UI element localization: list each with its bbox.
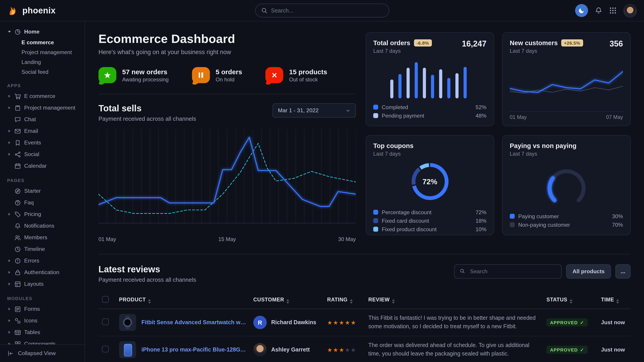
x-label: 15 May [218,236,236,242]
mail-icon [14,128,21,134]
check-icon: ✓ [580,347,584,352]
sidebar-item-pricing[interactable]: Pricing [5,208,79,220]
column-header-product[interactable]: PRODUCT [116,291,250,309]
sidebar-item-tables[interactable]: Tables [5,327,79,338]
row-checkbox[interactable] [102,318,109,325]
card-value: 16,247 [462,39,486,49]
sidebar-item-calendar[interactable]: Calendar [5,160,79,172]
sidebar-item-email[interactable]: Email [5,125,79,137]
sidebar-item-social[interactable]: Social [5,148,79,160]
collapsed-view-toggle[interactable]: Collapsed View [0,344,84,362]
customer-avatar: R [253,316,267,329]
brand-logo[interactable]: phoenix [7,5,85,16]
stat-out-of-stock: ×15 productsOut of stock [266,67,327,83]
x-label: 30 May [338,236,356,242]
sidebar-subitem-e-commerce[interactable]: E commerce [5,37,79,47]
user-avatar[interactable] [624,4,637,17]
brand-name: phoenix [22,5,56,15]
sidebar-subitem-label: Social feed [22,69,48,75]
column-header-review[interactable]: REVIEW [365,291,543,309]
legend-swatch [510,222,515,227]
notifications-button[interactable] [595,7,602,14]
sidebar-item-label: Starter [24,188,41,194]
caret-right-icon [7,308,11,310]
dark-mode-toggle[interactable] [575,4,588,17]
layout-icon [14,281,21,287]
sidebar-item-label: Events [24,139,41,146]
date-range-select[interactable]: Mar 1 - 31, 2022 [272,103,356,118]
sort-icon [616,299,619,304]
sidebar-item-icons[interactable]: Icons [5,315,79,327]
apps-menu-button[interactable] [609,7,617,14]
sidebar-item-layouts[interactable]: Layouts [5,278,79,290]
sidebar-item-faq[interactable]: Faq [5,197,79,208]
paying-vs-nonpaying-card: Paying vs non paying Last 7 days Paying … [502,135,630,235]
sidebar-item-timeline[interactable]: Timeline [5,243,79,255]
total-orders-bar-chart [390,59,470,98]
total-sells-chart: 01 May 15 May 30 May [98,129,356,242]
more-options-button[interactable]: ... [615,264,630,279]
sidebar-subitem-social-feed[interactable]: Social feed [5,67,79,77]
card-period: Last 7 days [510,48,583,54]
row-checkbox[interactable] [102,346,109,353]
bookmark-icon [14,139,21,146]
caret-right-icon [7,331,11,334]
legend-label: Fixed product discount [382,226,436,232]
sidebar-item-e-commerce[interactable]: E commerce [5,90,79,102]
sidebar-item-project-management[interactable]: Project management [5,102,79,114]
sidebar-item-starter[interactable]: Starter [5,185,79,197]
global-search-input[interactable] [271,7,383,14]
column-header-rating[interactable]: RATING [324,291,365,309]
all-products-filter-button[interactable]: All products [566,264,611,279]
shapes-icon [14,317,21,324]
total-sells-line-chart [98,129,356,231]
legend-value: 10% [476,226,486,232]
star-rating: ★★★★★ [327,319,357,326]
reviews-controls: All products ... [454,264,630,279]
sidebar-item-notifications[interactable]: Notifications [5,220,79,232]
reviews-table: PRODUCTCUSTOMERRATINGREVIEWSTATUSTIME Fi… [98,291,630,362]
dashboard-left-column: Ecommerce Dashboard Here's what's going … [98,32,356,242]
global-search[interactable] [255,3,389,17]
star-rating: ★★★★★ [327,346,357,353]
product-link[interactable]: Fitbit Sense Advanced Smartwatch with To… [142,319,246,326]
sidebar-item-label: Social [24,151,40,157]
sidebar-subitem-landing[interactable]: Landing [5,57,79,67]
sidebar-item-components[interactable]: Components [5,338,79,344]
sidebar-item-label: Authentication [24,269,59,276]
select-all-checkbox[interactable] [102,296,109,303]
top-coupons-legend: Percentage discount72%Fixed card discoun… [373,208,486,233]
review-row: Fitbit Sense Advanced Smartwatch with To… [98,309,630,336]
column-header-status[interactable]: STATUS [543,291,598,309]
sidebar-item-members[interactable]: Members [5,232,79,243]
total-orders-legend: Completed52%Pending payment48% [373,103,486,120]
sidebar-item-chat[interactable]: Chat [5,114,79,125]
legend-row-percentage-discount: Percentage discount72% [373,208,486,216]
reviews-search-input[interactable] [470,268,556,275]
lock-icon [14,269,21,276]
legend-row-fixed-product-discount: Fixed product discount10% [373,225,486,233]
reviews-search[interactable] [454,264,562,279]
sidebar-subitem-project-management[interactable]: Project management [5,47,79,57]
sidebar-item-label: Tables [24,329,40,335]
stat-title: 5 orders [216,68,242,75]
sidebar-item-errors[interactable]: Errors [5,255,79,267]
paying-legend: Paying customer30%Non-paying customer70% [510,212,623,229]
calendar-icon [14,163,21,169]
product-link[interactable]: iPhone 13 pro max-Pacific Blue-128GB sto… [142,347,246,353]
sidebar-item-authentication[interactable]: Authentication [5,267,79,278]
customer-name: Richard Dawkins [271,319,316,326]
sidebar-item-home[interactable]: Home [5,26,79,37]
reviews-title: Latest reviews [98,264,196,275]
sidebar-nav: Home E commerceProject managementLanding… [0,21,84,344]
sidebar-item-forms[interactable]: Forms [5,303,79,315]
total-sells-subtitle: Payment received across all channels [98,115,196,122]
column-header-time[interactable]: TIME [598,291,630,309]
sidebar-item-label: Layouts [24,281,44,287]
column-header-customer[interactable]: CUSTOMER [250,291,324,309]
puzzle-icon [14,341,21,344]
column-label: PRODUCT [119,296,146,302]
sidebar-item-events[interactable]: Events [5,137,79,148]
sort-icon [286,299,289,304]
paying-gauge-chart [540,165,593,206]
